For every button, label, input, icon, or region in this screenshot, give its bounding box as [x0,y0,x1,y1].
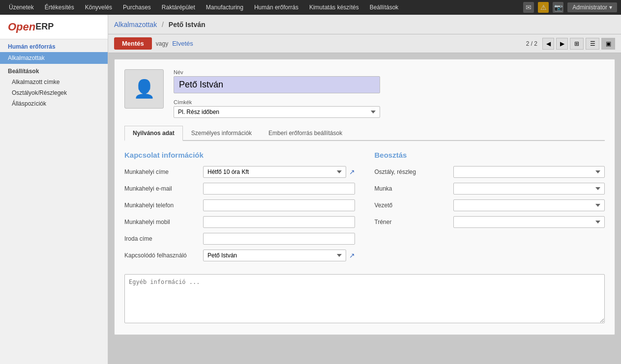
notes-textarea[interactable] [124,274,605,323]
toolbar: Mentés vagy Elvetés 2 / 2 ◀ ▶ ⊞ ☰ ▣ [108,34,621,53]
breadcrumb-separator: / [162,21,164,28]
related-user-label: Kapcsolódó felhasználó [124,252,203,259]
work-mobile-input[interactable] [203,216,355,228]
trainer-value [453,216,605,228]
tags-section: Címkék Pl. Rész időben [174,99,605,118]
job-select[interactable] [453,183,605,195]
breadcrumb-current: Pető István [169,21,206,28]
form-row-work-address: Munkahelyi címe Hétfő 10 óra Kft ↗ [124,166,355,178]
work-phone-input[interactable] [203,199,355,211]
form-row-work-email: Munkahelyi e-mail [124,183,355,195]
breadcrumb-parent[interactable]: Alkalmazottak [114,21,157,28]
sidebar-item-employee-tag[interactable]: Alkalmazott címke [0,77,108,87]
contact-column: Kapcsolat információk Munkahelyi címe Hé… [124,151,355,266]
logo-open: Open [8,21,35,33]
form-row-manager: Vezető [375,199,605,211]
work-address-label: Munkahelyi címe [124,168,203,175]
notes-area [124,274,605,325]
form-row-department: Osztály, részleg [375,166,605,178]
next-button[interactable]: ▶ [556,38,568,50]
sidebar-item-departments[interactable]: Osztályok/Részlegek [0,87,108,98]
office-address-input[interactable] [203,233,355,245]
work-email-value [203,183,355,195]
sidebar-section-hr: Humán erőforrás [0,39,108,52]
work-phone-value [203,199,355,211]
form-row-trainer: Tréner [375,216,605,228]
work-phone-label: Munkahelyi telefon [124,202,203,209]
nav-item-sales[interactable]: Értékesítés [40,2,79,13]
tags-select[interactable]: Pl. Rész időben [174,106,380,118]
nav-item-manufacturing[interactable]: Manufacturing [201,2,248,13]
nav-item-warehouse[interactable]: Raktárépület [157,2,200,13]
view-list-button[interactable]: ☰ [586,38,599,50]
tags-label: Címkék [174,99,605,105]
view-form-button[interactable]: ▣ [601,38,615,50]
toolbar-or-label: vagy [156,40,168,47]
name-input[interactable] [174,76,380,93]
office-address-value [203,233,355,245]
department-value [453,166,605,178]
form-row-job: Munka [375,183,605,195]
work-email-input[interactable] [203,183,355,195]
position-section-title: Beosztás [375,151,605,159]
contact-section-title: Kapcsolat információk [124,151,355,159]
form-card: 👤 Név Címkék Pl. Rész időben Nyilvános a… [114,59,615,335]
position-column: Beosztás Osztály, részleg Munka [375,151,605,266]
trainer-select[interactable] [453,216,605,228]
logo: Open ERP [0,15,108,39]
work-email-label: Munkahelyi e-mail [124,185,203,192]
top-section: 👤 Név Címkék Pl. Rész időben [124,69,605,118]
tab-hr-settings[interactable]: Emberi erőforrás beállítások [260,126,351,141]
nav-right: ✉ ⚠ 📷 Administrator ▾ [523,2,617,13]
top-navigation: Üzenetek Értékesítés Könyvelés Purchases… [0,0,621,15]
view-grid-button[interactable]: ⊞ [570,38,584,50]
form-row-work-phone: Munkahelyi telefon [124,199,355,211]
sidebar-item-employees[interactable]: Alkalmazottak [0,52,108,64]
content-header: Alkalmazottak / Pető István [108,15,621,34]
form-columns: Kapcsolat információk Munkahelyi címe Hé… [124,151,605,266]
tab-public[interactable]: Nyilvános adat [124,126,183,141]
content-area: Alkalmazottak / Pető István Mentés vagy … [108,15,621,364]
name-section: Név Címkék Pl. Rész időben [174,69,605,118]
work-mobile-value [203,216,355,228]
sidebar-section-settings: Beállítások [0,64,108,77]
form-row-work-mobile: Munkahelyi mobil [124,216,355,228]
job-value [453,183,605,195]
nav-item-accounting[interactable]: Könyvelés [80,2,117,13]
alert-icon[interactable]: ⚠ [538,2,549,13]
avatar-icon: 👤 [133,79,155,99]
save-button[interactable]: Mentés [114,37,152,50]
avatar[interactable]: 👤 [124,69,164,109]
manager-label: Vezető [375,202,453,209]
nav-item-messages[interactable]: Üzenetek [4,2,39,13]
form-row-related-user: Kapcsolódó felhasználó Pető István ↗ [124,250,355,261]
related-user-select[interactable]: Pető István [203,250,346,261]
nav-item-reports[interactable]: Kimutatás készítés [304,2,364,13]
related-user-external-link[interactable]: ↗ [349,252,355,259]
work-address-select[interactable]: Hétfő 10 óra Kft [203,166,346,178]
pager-label: 2 / 2 [526,40,537,47]
tab-personal[interactable]: Személyes információk [183,126,260,141]
department-select[interactable] [453,166,605,178]
office-address-label: Iroda címe [124,235,203,242]
main-layout: Open ERP Humán erőforrás Alkalmazottak B… [0,15,621,364]
job-label: Munka [375,185,453,192]
related-user-value: Pető István ↗ [203,250,355,261]
work-address-external-link[interactable]: ↗ [349,168,355,176]
work-address-value: Hétfő 10 óra Kft ↗ [203,166,355,178]
discard-button[interactable]: Elvetés [172,40,193,47]
camera-icon[interactable]: 📷 [553,2,563,13]
manager-select[interactable] [453,199,605,211]
admin-button[interactable]: Administrator ▾ [567,2,617,12]
mail-icon[interactable]: ✉ [523,2,534,13]
nav-item-purchases[interactable]: Purchases [118,2,156,13]
logo-erp: ERP [35,22,54,32]
name-label: Név [174,69,605,75]
breadcrumb: Alkalmazottak / Pető István [114,21,206,28]
sidebar-item-positions[interactable]: Álláspozíciók [0,98,108,109]
sidebar: Open ERP Humán erőforrás Alkalmazottak B… [0,15,108,364]
nav-item-settings[interactable]: Beállítások [365,2,404,13]
nav-item-hr[interactable]: Humán erőforrás [249,2,303,13]
prev-button[interactable]: ◀ [542,38,554,50]
tabs: Nyilvános adat Személyes információk Emb… [124,126,605,141]
